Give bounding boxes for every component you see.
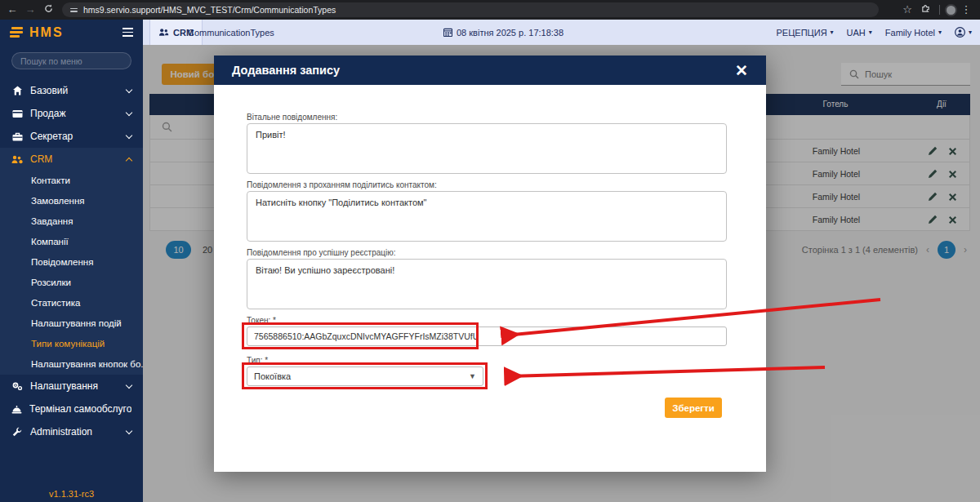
token-input[interactable] [247,327,727,346]
menu-toggle-icon[interactable] [122,28,133,36]
hms-logo-icon [10,27,23,38]
bookmark-star-icon[interactable]: ☆ [898,0,916,20]
chevron-up-icon [126,157,132,163]
chevron-down-icon [126,109,132,115]
close-icon[interactable]: ✕ [735,63,748,78]
back-icon[interactable]: ← [3,0,21,20]
user-menu[interactable]: ▾ [955,27,972,38]
sidebar-item-nalashtuvannia[interactable]: Налаштування [0,375,143,398]
app-header: CRM CommunicationTypes 08 квітня 2025 р.… [0,20,980,45]
breadcrumb: CommunicationTypes [188,20,274,45]
user-icon [955,27,965,38]
chevron-down-icon: ▾ [831,29,834,36]
refresh-icon[interactable] [39,0,57,20]
browser-menu-icon[interactable]: ⋮ [957,0,975,20]
greeting-label: Вітальне повідомлення: [247,113,766,122]
sidebar-item-rozsylky[interactable]: Розсилки [0,273,143,293]
url-bar[interactable]: hms9.servio.support/HMS_MVC_TEST/Crm/Com… [62,2,879,17]
browser-profile-icon[interactable] [945,4,957,16]
sidebar-item-prodazh[interactable]: Продаж [0,102,143,125]
share-contact-textarea[interactable]: Натисніть кнопку "Поділитись контактом" [247,191,727,242]
toolbar-separator [939,5,940,15]
station-dropdown[interactable]: РЕЦЕПЦИЯ▾ [777,28,834,38]
chevron-down-icon [126,427,132,433]
currency-dropdown[interactable]: UAH▾ [847,28,872,38]
add-record-modal: Додавання запису ✕ Вітальне повідомлення… [214,56,766,472]
crm-module-icon [158,28,169,37]
sidebar-item-typy-komunikatsii[interactable]: Типи комунікацій [0,334,143,354]
save-button[interactable]: Зберегти [665,398,722,418]
site-info-icon[interactable] [70,8,78,12]
chevron-down-icon [126,381,132,388]
browser-toolbar: ← → hms9.servio.support/HMS_MVC_TEST/Crm… [0,0,980,20]
token-label: Токен: * [247,316,766,325]
chevron-down-icon: ▾ [969,29,972,36]
chevron-down-icon [126,131,132,138]
datetime-text: 08 квітня 2025 р. 17:18:38 [457,28,564,38]
url-text: hms9.servio.support/HMS_MVC_TEST/Crm/Com… [83,5,336,15]
type-label: Тип: * [247,356,766,365]
forward-icon[interactable]: → [21,0,39,20]
app-version: v1.1.31-rc3 [0,489,143,499]
sidebar-item-zamovlennia[interactable]: Замовлення [0,191,143,211]
greeting-textarea[interactable]: Привіт! [247,123,727,174]
modal-header: Додавання запису ✕ [214,56,766,85]
sidebar: HMS Базовий Продаж Секретар CRM Контакти… [0,20,143,502]
briefcase-icon [11,132,23,141]
datetime-display: 08 квітня 2025 р. 17:18:38 [443,20,564,45]
sidebar-item-kompanii[interactable]: Компанії [0,232,143,252]
sidebar-item-nalashtuvannia-knopok-bota[interactable]: Налаштування кнопок бо... [0,354,143,375]
menu-search-input[interactable] [11,52,131,69]
sidebar-item-zavdannia[interactable]: Завдання [0,211,143,232]
wrench-icon [11,427,23,437]
wallet-icon [11,109,23,118]
chevron-down-icon: ▾ [938,29,942,36]
chevron-down-icon: ▾ [869,29,872,36]
sidebar-item-terminal[interactable]: Термінал самообслуговува... [0,398,143,420]
home-icon [11,86,23,96]
sidebar-item-administration[interactable]: Administration [0,420,143,443]
sidebar-item-statystyka[interactable]: Статистика [0,293,143,313]
sidebar-item-bazovyi[interactable]: Базовий [0,79,143,102]
type-dropdown-value: Покоївка [254,371,291,381]
crm-users-icon [11,155,23,164]
modal-title: Додавання запису [232,64,340,77]
type-dropdown[interactable]: Покоївка ▼ [247,367,483,386]
chevron-down-icon [126,86,132,92]
share-contact-label: Повідомлення з проханням поділитись конт… [247,180,766,189]
chevron-down-icon: ▼ [469,372,476,380]
crm-section: CRM Контакти Замовлення Завдання Компані… [0,148,143,375]
success-textarea[interactable]: Вітаю! Ви успішно зареєстровані! [247,259,727,309]
hotel-dropdown[interactable]: Family Hotel▾ [885,28,942,38]
sidebar-item-povidomlennia[interactable]: Повідомлення [0,252,143,273]
extensions-icon[interactable] [916,0,934,20]
sidebar-item-nalashtuvannia-podii[interactable]: Налаштування подій [0,313,143,334]
calendar-icon [443,28,452,37]
hms-logo-text: HMS [29,25,64,40]
sidebar-item-crm[interactable]: CRM [0,148,143,171]
sidebar-item-kontakty[interactable]: Контакти [0,171,143,191]
gears-icon [11,381,23,391]
service-bell-icon [11,405,22,414]
sidebar-item-sekretar[interactable]: Секретар [0,125,143,148]
success-label: Повідомлення про успішну реєстрацію: [247,248,766,257]
